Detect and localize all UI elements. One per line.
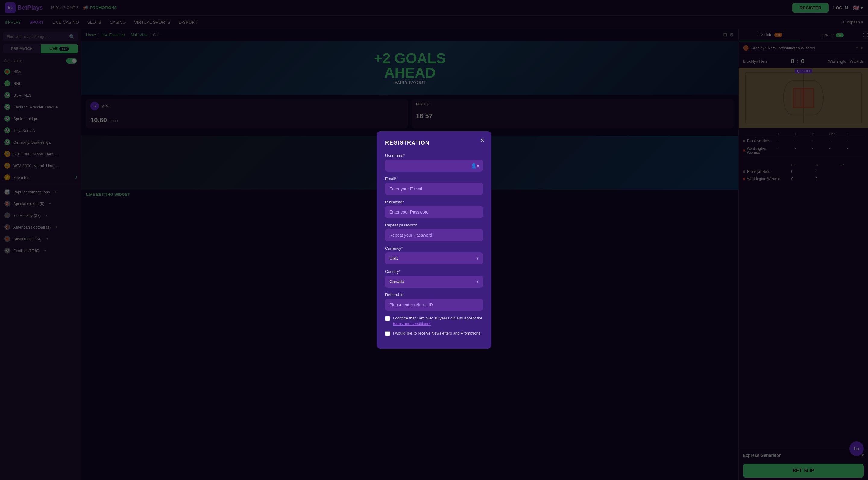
repeat-password-group: Repeat password* — [385, 223, 483, 241]
repeat-password-input[interactable] — [385, 229, 483, 241]
currency-label: Currency* — [385, 246, 483, 250]
email-label: Email* — [385, 176, 483, 181]
email-input[interactable] — [385, 183, 483, 195]
country-select-wrapper: Canada USA UK Australia — [385, 276, 483, 287]
username-label: Username* — [385, 153, 483, 158]
terms-link[interactable]: terms and conditions* — [393, 321, 431, 326]
referral-group: Referral Id — [385, 293, 483, 311]
currency-select-wrapper: USD EUR GBP CAD — [385, 252, 483, 264]
newsletter-checkbox[interactable] — [385, 331, 390, 336]
age-confirm-label: I confirm that I am over 18 years old an… — [393, 316, 483, 327]
age-confirm-checkbox[interactable] — [385, 316, 390, 321]
country-select[interactable]: Canada USA UK Australia — [385, 276, 483, 287]
newsletter-group: I would like to receive Newsletters and … — [385, 331, 483, 336]
age-confirm-group: I confirm that I am over 18 years old an… — [385, 316, 483, 327]
modal-title: REGISTRATION — [385, 140, 483, 146]
currency-select[interactable]: USD EUR GBP CAD — [385, 252, 483, 264]
registration-modal: ✕ REGISTRATION Username* 👤▾ Email* Passw… — [377, 131, 491, 349]
currency-group: Currency* USD EUR GBP CAD — [385, 246, 483, 264]
repeat-password-label: Repeat password* — [385, 223, 483, 227]
modal-overlay: ✕ REGISTRATION Username* 👤▾ Email* Passw… — [0, 0, 868, 480]
password-group: Password* — [385, 200, 483, 218]
newsletter-label: I would like to receive Newsletters and … — [393, 331, 480, 336]
referral-input[interactable] — [385, 299, 483, 311]
user-icon: 👤▾ — [471, 163, 479, 168]
password-label: Password* — [385, 200, 483, 204]
referral-label: Referral Id — [385, 293, 483, 297]
country-group: Country* Canada USA UK Australia — [385, 269, 483, 287]
username-group: Username* 👤▾ — [385, 153, 483, 172]
password-input[interactable] — [385, 206, 483, 218]
modal-close-button[interactable]: ✕ — [478, 136, 487, 144]
email-group: Email* — [385, 176, 483, 195]
country-label: Country* — [385, 269, 483, 274]
username-input[interactable] — [385, 160, 483, 172]
username-input-wrapper: 👤▾ — [385, 160, 483, 172]
